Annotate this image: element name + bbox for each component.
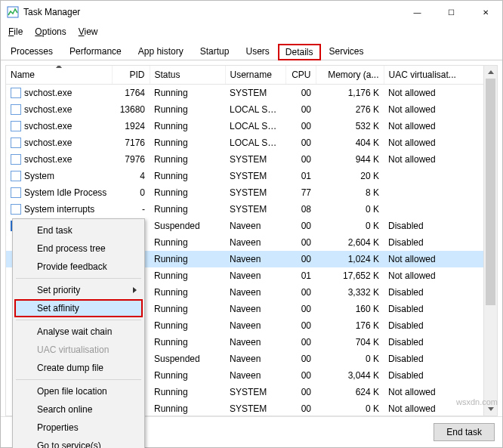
maximize-button[interactable]: ☐ <box>434 1 468 23</box>
cell-memory: 160 K <box>316 301 384 317</box>
cell-name: System <box>6 168 112 184</box>
cell-cpu: 08 <box>285 201 316 218</box>
cell-cpu: 01 <box>285 267 316 284</box>
menu-view[interactable]: View <box>73 24 104 39</box>
cell-cpu: 00 <box>285 101 316 118</box>
col-username[interactable]: Username <box>225 66 285 85</box>
cell-uac: Disabled <box>384 301 497 317</box>
chevron-right-icon <box>133 287 137 293</box>
window-title: Task Manager <box>23 7 80 17</box>
table-row[interactable]: svchost.exe13680RunningLOCAL SE...00276 … <box>6 101 497 118</box>
cell-memory: 404 K <box>316 134 384 151</box>
col-cpu[interactable]: CPU <box>285 66 316 85</box>
col-uac[interactable]: UAC virtualisat... <box>384 66 497 85</box>
col-name[interactable]: Name <box>6 66 112 85</box>
end-task-button[interactable]: End task <box>434 423 495 441</box>
ctx-properties[interactable]: Properties <box>14 419 143 437</box>
sort-asc-icon <box>56 65 62 68</box>
cell-username: Naveen <box>225 234 285 251</box>
cell-cpu: 01 <box>285 168 316 184</box>
ctx-provide-feedback[interactable]: Provide feedback <box>14 258 143 276</box>
scroll-down-button[interactable] <box>484 403 497 416</box>
tab-app-history[interactable]: App history <box>130 42 192 60</box>
tab-performance[interactable]: Performance <box>61 42 130 60</box>
cell-memory: 532 K <box>316 118 384 134</box>
cell-name: System Idle Process <box>6 184 112 201</box>
ctx-end-process-tree[interactable]: End process tree <box>14 239 143 258</box>
cell-memory: 2,604 K <box>316 234 384 251</box>
process-icon <box>11 154 21 165</box>
ctx-set-affinity[interactable]: Set affinity <box>14 299 143 317</box>
scroll-thumb[interactable] <box>486 79 495 305</box>
tab-details[interactable]: Details <box>278 44 321 60</box>
cell-status: Running <box>150 384 225 400</box>
cell-uac: Disabled <box>384 284 497 301</box>
cell-status: Running <box>150 184 225 201</box>
scroll-up-button[interactable] <box>484 66 497 79</box>
cell-name: svchost.exe <box>6 101 112 118</box>
cell-username: SYSTEM <box>225 151 285 168</box>
cell-pid: 0 <box>112 184 150 201</box>
cell-cpu: 00 <box>285 218 316 234</box>
table-row[interactable]: System4RunningSYSTEM0120 K <box>6 168 497 184</box>
ctx-end-task[interactable]: End task <box>14 221 143 239</box>
menu-file[interactable]: File <box>2 24 29 39</box>
ctx-create-dump-file[interactable]: Create dump file <box>14 359 143 377</box>
cell-cpu: 00 <box>285 118 316 134</box>
col-memory[interactable]: Memory (a... <box>316 66 384 85</box>
ctx-search-online[interactable]: Search online <box>14 400 143 419</box>
cell-memory: 176 K <box>316 317 384 334</box>
cell-status: Running <box>150 85 225 102</box>
tab-processes[interactable]: Processes <box>2 42 61 60</box>
col-pid[interactable]: PID <box>112 66 150 85</box>
cell-uac: Disabled <box>384 334 497 351</box>
ctx-go-to-services[interactable]: Go to service(s) <box>14 437 143 448</box>
table-row[interactable]: svchost.exe7976RunningSYSTEM00944 KNot a… <box>6 151 497 168</box>
table-row[interactable]: svchost.exe1924RunningLOCAL SE...00532 K… <box>6 118 497 134</box>
cell-username: LOCAL SE... <box>225 118 285 134</box>
cell-memory: 1,024 K <box>316 251 384 267</box>
ctx-open-file-location[interactable]: Open file location <box>14 382 143 400</box>
cell-status: Running <box>150 267 225 284</box>
tab-startup[interactable]: Startup <box>192 42 238 60</box>
cell-uac: Disabled <box>384 218 497 234</box>
cell-username: SYSTEM <box>225 85 285 102</box>
cell-uac: Not allowed <box>384 151 497 168</box>
table-row[interactable]: System Idle Process0RunningSYSTEM778 K <box>6 184 497 201</box>
scroll-track[interactable] <box>484 79 497 403</box>
cell-uac: Not allowed <box>384 134 497 151</box>
cell-status: Running <box>150 367 225 384</box>
ctx-set-priority[interactable]: Set priority <box>14 281 143 299</box>
minimize-button[interactable]: — <box>400 1 434 23</box>
cell-memory: 0 K <box>316 218 384 234</box>
cell-cpu: 00 <box>285 151 316 168</box>
cell-pid: 13680 <box>112 101 150 118</box>
table-row[interactable]: svchost.exe1764RunningSYSTEM001,176 KNot… <box>6 85 497 102</box>
tab-users[interactable]: Users <box>237 42 277 60</box>
cell-memory: 704 K <box>316 334 384 351</box>
cell-pid: 7976 <box>112 151 150 168</box>
cell-cpu: 00 <box>285 400 316 416</box>
close-button[interactable]: ✕ <box>468 1 502 23</box>
cell-status: Running <box>150 234 225 251</box>
cell-uac: Disabled <box>384 351 497 367</box>
table-row[interactable]: svchost.exe7176RunningLOCAL SE...00404 K… <box>6 134 497 151</box>
table-row[interactable]: System interrupts-RunningSYSTEM080 K <box>6 201 497 218</box>
cell-status: Running <box>150 151 225 168</box>
table-header-row: Name PID Status Username CPU Memory (a..… <box>6 66 497 85</box>
vertical-scrollbar[interactable] <box>483 66 497 416</box>
chevron-up-icon <box>488 70 494 74</box>
cell-cpu: 00 <box>285 334 316 351</box>
ctx-analyse-wait-chain[interactable]: Analyse wait chain <box>14 323 143 341</box>
cell-username: Naveen <box>225 301 285 317</box>
cell-status: Suspended <box>150 351 225 367</box>
cell-pid: 4 <box>112 168 150 184</box>
cell-status: Running <box>150 317 225 334</box>
tab-services[interactable]: Services <box>321 42 372 60</box>
col-status[interactable]: Status <box>150 66 225 85</box>
menu-options[interactable]: Options <box>29 24 72 39</box>
cell-name: System interrupts <box>6 201 112 218</box>
cell-username: SYSTEM <box>225 201 285 218</box>
cell-memory: 0 K <box>316 400 384 416</box>
process-icon <box>11 104 21 115</box>
